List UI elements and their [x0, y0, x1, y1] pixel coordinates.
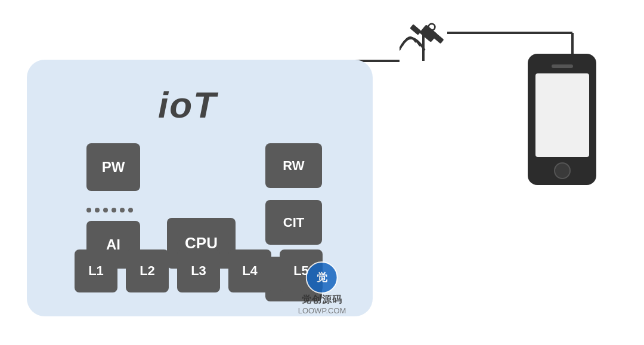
chip-l1: L1	[75, 249, 117, 292]
chip-l3: L3	[177, 249, 220, 292]
satellite-icon	[400, 12, 447, 60]
dot-3	[103, 208, 108, 212]
iot-title: ioT	[158, 84, 217, 126]
svg-text:觉: 觉	[317, 272, 328, 284]
chip-l2: L2	[126, 249, 169, 292]
dot-4	[112, 208, 116, 212]
chip-pw: PW	[86, 143, 140, 191]
chip-rw: RW	[265, 143, 322, 188]
bottom-chips: L1 L2 L3 L4 L5	[75, 249, 323, 292]
watermark-line2: LOOWP.COM	[298, 306, 346, 315]
scene: ioT PW AI CPU RW CIT O/C L1 L2 L3 L4 L5	[0, 0, 644, 345]
phone	[528, 54, 596, 185]
svg-rect-7	[410, 24, 422, 35]
chip-cit: CIT	[265, 200, 322, 245]
watermark: 觉 觉创源码 LOOWP.COM	[298, 261, 346, 315]
dot-1	[86, 208, 91, 212]
dot-5	[120, 208, 125, 212]
chip-l4: L4	[228, 249, 271, 292]
phone-speaker	[552, 64, 573, 68]
dot-2	[95, 208, 100, 212]
dot-6	[128, 208, 133, 212]
watermark-line1: 觉创源码	[302, 294, 342, 306]
dots-row	[86, 208, 133, 212]
phone-screen	[535, 73, 589, 157]
phone-home-button	[554, 162, 571, 179]
